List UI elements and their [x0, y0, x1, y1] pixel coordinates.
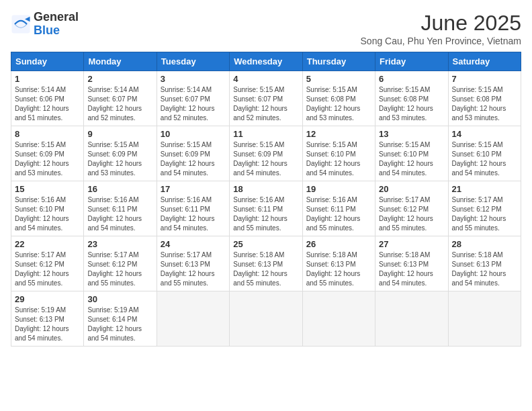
day-number: 23: [87, 239, 152, 249]
calendar-week-row: 15Sunrise: 5:16 AM Sunset: 6:10 PM Dayli…: [11, 181, 521, 236]
calendar-day-cell: [230, 291, 302, 347]
day-info: Sunrise: 5:15 AM Sunset: 6:09 PM Dayligh…: [233, 140, 298, 178]
day-number: 11: [233, 129, 298, 139]
day-number: 15: [15, 184, 80, 194]
col-thursday: Thursday: [302, 52, 375, 71]
day-info: Sunrise: 5:15 AM Sunset: 6:09 PM Dayligh…: [87, 140, 152, 178]
day-number: 16: [87, 184, 152, 194]
day-number: 19: [306, 184, 371, 194]
calendar-day-cell: 21Sunrise: 5:17 AM Sunset: 6:12 PM Dayli…: [448, 181, 521, 236]
calendar-day-cell: [375, 291, 448, 347]
day-number: 29: [15, 294, 80, 304]
logo-general: General: [34, 11, 79, 24]
day-info: Sunrise: 5:17 AM Sunset: 6:12 PM Dayligh…: [87, 250, 152, 288]
day-info: Sunrise: 5:15 AM Sunset: 6:08 PM Dayligh…: [452, 85, 517, 123]
calendar-day-cell: 29Sunrise: 5:19 AM Sunset: 6:13 PM Dayli…: [11, 291, 84, 347]
calendar-day-cell: 19Sunrise: 5:16 AM Sunset: 6:11 PM Dayli…: [302, 181, 375, 236]
day-number: 1: [15, 74, 80, 84]
day-info: Sunrise: 5:14 AM Sunset: 6:07 PM Dayligh…: [161, 85, 226, 123]
calendar-day-cell: 13Sunrise: 5:15 AM Sunset: 6:10 PM Dayli…: [375, 126, 448, 181]
calendar-day-cell: 14Sunrise: 5:15 AM Sunset: 6:10 PM Dayli…: [448, 126, 521, 181]
calendar-day-cell: 27Sunrise: 5:18 AM Sunset: 6:13 PM Dayli…: [375, 236, 448, 291]
calendar-day-cell: 16Sunrise: 5:16 AM Sunset: 6:11 PM Dayli…: [84, 181, 157, 236]
logo-icon: [11, 14, 31, 34]
day-number: 26: [306, 239, 371, 249]
day-number: 25: [233, 239, 298, 249]
day-info: Sunrise: 5:16 AM Sunset: 6:11 PM Dayligh…: [161, 195, 226, 233]
logo-blue: Blue: [34, 24, 79, 38]
calendar-day-cell: 4Sunrise: 5:15 AM Sunset: 6:07 PM Daylig…: [230, 71, 302, 126]
calendar-day-cell: 3Sunrise: 5:14 AM Sunset: 6:07 PM Daylig…: [157, 71, 229, 126]
calendar-day-cell: 17Sunrise: 5:16 AM Sunset: 6:11 PM Dayli…: [157, 181, 229, 236]
day-number: 20: [379, 184, 444, 194]
calendar-day-cell: 2Sunrise: 5:14 AM Sunset: 6:07 PM Daylig…: [84, 71, 157, 126]
day-info: Sunrise: 5:15 AM Sunset: 6:08 PM Dayligh…: [379, 85, 444, 123]
day-number: 21: [452, 184, 517, 194]
calendar-day-cell: 8Sunrise: 5:15 AM Sunset: 6:09 PM Daylig…: [11, 126, 84, 181]
logo-text: General Blue: [34, 11, 79, 38]
logo: General Blue: [11, 11, 79, 38]
calendar-day-cell: 26Sunrise: 5:18 AM Sunset: 6:13 PM Dayli…: [302, 236, 375, 291]
svg-rect-0: [12, 15, 30, 33]
day-number: 3: [161, 74, 226, 84]
day-number: 24: [161, 239, 226, 249]
calendar-day-cell: 15Sunrise: 5:16 AM Sunset: 6:10 PM Dayli…: [11, 181, 84, 236]
calendar-day-cell: 10Sunrise: 5:15 AM Sunset: 6:09 PM Dayli…: [157, 126, 229, 181]
day-info: Sunrise: 5:15 AM Sunset: 6:07 PM Dayligh…: [233, 85, 298, 123]
calendar-day-cell: 28Sunrise: 5:18 AM Sunset: 6:13 PM Dayli…: [448, 236, 521, 291]
calendar-day-cell: 9Sunrise: 5:15 AM Sunset: 6:09 PM Daylig…: [84, 126, 157, 181]
day-info: Sunrise: 5:18 AM Sunset: 6:13 PM Dayligh…: [452, 250, 517, 288]
calendar-day-cell: [448, 291, 521, 347]
day-number: 9: [87, 129, 152, 139]
col-saturday: Saturday: [448, 52, 521, 71]
day-number: 27: [379, 239, 444, 249]
day-info: Sunrise: 5:15 AM Sunset: 6:10 PM Dayligh…: [306, 140, 371, 178]
col-sunday: Sunday: [11, 52, 84, 71]
calendar-day-cell: 12Sunrise: 5:15 AM Sunset: 6:10 PM Dayli…: [302, 126, 375, 181]
calendar-week-row: 8Sunrise: 5:15 AM Sunset: 6:09 PM Daylig…: [11, 126, 521, 181]
calendar-day-cell: 20Sunrise: 5:17 AM Sunset: 6:12 PM Dayli…: [375, 181, 448, 236]
day-info: Sunrise: 5:17 AM Sunset: 6:13 PM Dayligh…: [161, 250, 226, 288]
calendar-day-cell: [157, 291, 229, 347]
calendar-title: June 2025: [361, 11, 521, 36]
day-info: Sunrise: 5:18 AM Sunset: 6:13 PM Dayligh…: [379, 250, 444, 288]
calendar-day-cell: 24Sunrise: 5:17 AM Sunset: 6:13 PM Dayli…: [157, 236, 229, 291]
col-tuesday: Tuesday: [157, 52, 229, 71]
calendar-day-cell: 7Sunrise: 5:15 AM Sunset: 6:08 PM Daylig…: [448, 71, 521, 126]
calendar-week-row: 29Sunrise: 5:19 AM Sunset: 6:13 PM Dayli…: [11, 291, 521, 347]
day-info: Sunrise: 5:14 AM Sunset: 6:07 PM Dayligh…: [87, 85, 152, 123]
day-number: 8: [15, 129, 80, 139]
day-info: Sunrise: 5:15 AM Sunset: 6:08 PM Dayligh…: [306, 85, 371, 123]
day-info: Sunrise: 5:17 AM Sunset: 6:12 PM Dayligh…: [379, 195, 444, 233]
day-info: Sunrise: 5:15 AM Sunset: 6:10 PM Dayligh…: [379, 140, 444, 178]
day-info: Sunrise: 5:16 AM Sunset: 6:11 PM Dayligh…: [233, 195, 298, 233]
calendar-day-cell: 22Sunrise: 5:17 AM Sunset: 6:12 PM Dayli…: [11, 236, 84, 291]
day-number: 7: [452, 74, 517, 84]
day-number: 28: [452, 239, 517, 249]
day-info: Sunrise: 5:18 AM Sunset: 6:13 PM Dayligh…: [233, 250, 298, 288]
calendar-subtitle: Song Cau, Phu Yen Province, Vietnam: [361, 36, 521, 46]
day-number: 5: [306, 74, 371, 84]
calendar-day-cell: 1Sunrise: 5:14 AM Sunset: 6:06 PM Daylig…: [11, 71, 84, 126]
day-info: Sunrise: 5:16 AM Sunset: 6:11 PM Dayligh…: [306, 195, 371, 233]
day-number: 17: [161, 184, 226, 194]
day-number: 18: [233, 184, 298, 194]
calendar-day-cell: 23Sunrise: 5:17 AM Sunset: 6:12 PM Dayli…: [84, 236, 157, 291]
day-number: 22: [15, 239, 80, 249]
day-info: Sunrise: 5:15 AM Sunset: 6:10 PM Dayligh…: [452, 140, 517, 178]
calendar-day-cell: 6Sunrise: 5:15 AM Sunset: 6:08 PM Daylig…: [375, 71, 448, 126]
day-info: Sunrise: 5:17 AM Sunset: 6:12 PM Dayligh…: [452, 195, 517, 233]
calendar-day-cell: 5Sunrise: 5:15 AM Sunset: 6:08 PM Daylig…: [302, 71, 375, 126]
calendar-table: Sunday Monday Tuesday Wednesday Thursday…: [11, 52, 521, 347]
day-info: Sunrise: 5:16 AM Sunset: 6:11 PM Dayligh…: [87, 195, 152, 233]
day-info: Sunrise: 5:19 AM Sunset: 6:14 PM Dayligh…: [87, 306, 152, 343]
day-number: 30: [87, 294, 152, 304]
calendar-day-cell: [302, 291, 375, 347]
calendar-day-cell: 30Sunrise: 5:19 AM Sunset: 6:14 PM Dayli…: [84, 291, 157, 347]
day-number: 12: [306, 129, 371, 139]
page-header: General Blue June 2025 Song Cau, Phu Yen…: [11, 11, 521, 46]
col-friday: Friday: [375, 52, 448, 71]
day-info: Sunrise: 5:15 AM Sunset: 6:09 PM Dayligh…: [15, 140, 80, 178]
day-info: Sunrise: 5:16 AM Sunset: 6:10 PM Dayligh…: [15, 195, 80, 233]
col-wednesday: Wednesday: [230, 52, 302, 71]
